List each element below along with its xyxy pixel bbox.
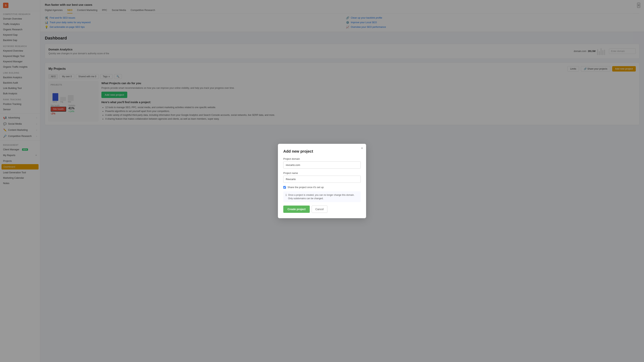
cancel-button[interactable]: Cancel <box>312 206 327 213</box>
project-domain-input[interactable] <box>283 161 361 169</box>
modal-close-button[interactable]: × <box>361 147 363 150</box>
project-domain-group: Project domain <box>283 157 361 169</box>
modal-info-box: ℹ Once a project is created, you can no … <box>283 191 361 202</box>
project-name-label: Project name <box>283 172 361 174</box>
project-domain-label: Project domain <box>283 157 361 160</box>
project-name-input[interactable] <box>283 176 361 183</box>
project-name-group: Project name <box>283 172 361 183</box>
share-checkbox-row: Share the project once it's set up <box>283 186 361 189</box>
info-icon: ℹ <box>286 193 286 197</box>
modal-info-text: Once a project is created, you can no lo… <box>288 193 358 200</box>
share-checkbox[interactable] <box>283 186 286 189</box>
modal-actions: Create project Cancel <box>283 206 361 213</box>
add-project-modal: × Add new project Project domain Project… <box>278 144 366 218</box>
create-project-button[interactable]: Create project <box>283 206 310 213</box>
modal-overlay[interactable]: × Add new project Project domain Project… <box>0 0 644 362</box>
modal-title: Add new project <box>283 149 361 154</box>
share-checkbox-label: Share the project once it's set up <box>288 186 324 189</box>
